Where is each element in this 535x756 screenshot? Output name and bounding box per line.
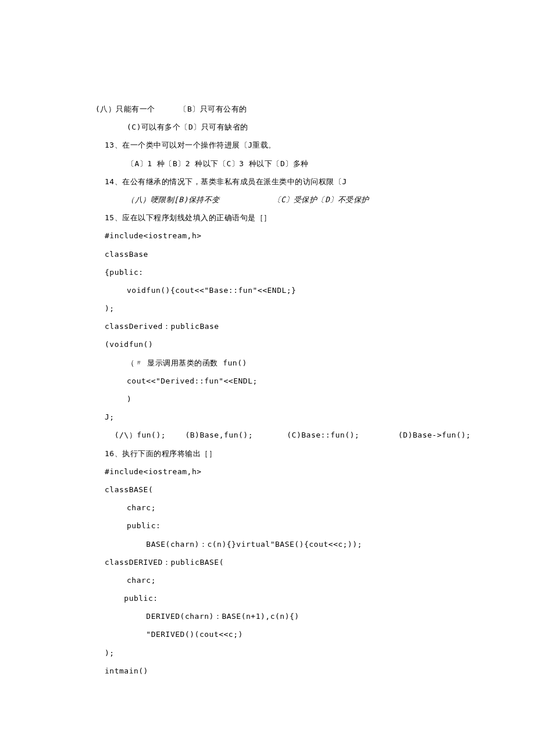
document-body: (八）只能有一个 〔B〕只可有公有的(C)可以有多个〔D〕只可有缺省的13、在一… xyxy=(105,100,535,680)
text-line-16: ) xyxy=(105,390,535,408)
text-line-9: {public: xyxy=(105,263,535,281)
text-line-0: (八）只能有一个 〔B〕只可有公有的 xyxy=(95,100,535,118)
text-line-11: ); xyxy=(105,299,535,317)
text-line-24: BASE(charn)：c(n){}virtual"BASE(){cout<<c… xyxy=(105,535,535,553)
text-line-2: 13、在一个类中可以对一个操作符进展〔J重载。 xyxy=(105,136,535,154)
text-line-3: 〔A〕1 种〔B〕2 种以下〔C〕3 种以下〔D〕多种 xyxy=(105,155,535,173)
text-line-17: J; xyxy=(105,408,535,426)
text-line-30: ); xyxy=(105,644,535,662)
text-line-8: classBase xyxy=(105,245,535,263)
text-line-10: voidfun(){cout<<"Base::fun"<<ENDL;} xyxy=(105,281,535,299)
text-line-4: 14、在公有继承的情况下，基类非私有成员在派生类中的访问权限〔J xyxy=(105,173,535,191)
text-line-13: (voidfun() xyxy=(105,335,535,353)
text-line-28: DERIVED(charn)：BASE(n+1),c(n){) xyxy=(105,607,535,625)
text-line-22: charc; xyxy=(105,499,535,517)
text-line-25: classDERIVED：publicBASE( xyxy=(105,553,535,571)
text-line-6: 15、应在以下程序划线处填入的正确语句是［］ xyxy=(105,209,535,227)
text-line-19: 16、执行下面的程序将输出［］ xyxy=(105,445,535,463)
text-line-15: cout<<"Derived::fun"<<ENDL; xyxy=(105,372,535,390)
text-line-27: public: xyxy=(105,589,535,607)
text-line-14: （〃 显示调用基类的函数 fun() xyxy=(105,354,535,372)
text-line-1: (C)可以有多个〔D〕只可有缺省的 xyxy=(105,118,535,136)
text-line-7: #include<iostream,h> xyxy=(105,227,535,245)
text-line-12: classDerived：publicBase xyxy=(105,317,535,335)
text-line-18: (/\）fun(); (B)Base,fun(); (C)Base::fun()… xyxy=(105,426,535,444)
text-line-5: （八）哽限制[B)保持不变 〔C〕受保护〔D〕不受保护 xyxy=(105,191,535,209)
text-line-20: #include<iostream,h> xyxy=(105,463,535,481)
text-line-29: "DERIVED()(cout<<c;) xyxy=(105,625,535,643)
text-line-23: public: xyxy=(105,517,535,535)
text-line-21: classBASE( xyxy=(105,481,535,499)
text-line-31: intmain() xyxy=(105,662,535,680)
text-line-26: charc; xyxy=(105,571,535,589)
